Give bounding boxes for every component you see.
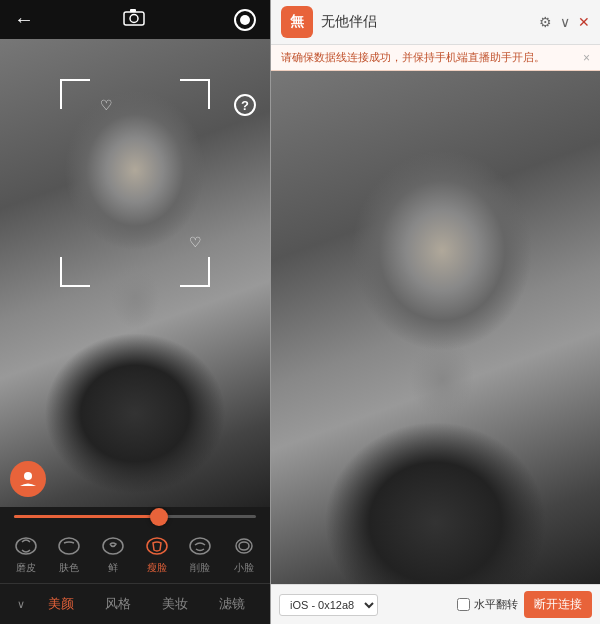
heart-icon-top: ♡ xyxy=(100,97,113,113)
nav-chevron-icon[interactable]: ∨ xyxy=(17,598,25,611)
svg-point-1 xyxy=(130,15,138,23)
nav-filter-label: 滤镜 xyxy=(219,595,245,613)
tool-smallface[interactable]: 小脸 xyxy=(229,534,259,575)
portrait-image xyxy=(0,39,270,507)
nav-beauty-label: 美颜 xyxy=(48,595,74,613)
photo-area: ? ♡ ♡ xyxy=(0,39,270,507)
app-title: 无他伴侣 xyxy=(321,13,377,31)
thin-icon xyxy=(98,534,128,558)
title-left: 無 无他伴侣 xyxy=(281,6,377,38)
slimface-icon xyxy=(142,534,172,558)
camera-icon[interactable] xyxy=(123,8,145,31)
title-controls: ⚙ ∨ ✕ xyxy=(539,14,590,30)
record-button[interactable] xyxy=(234,9,256,31)
slider-track[interactable] xyxy=(14,515,256,518)
flip-checkbox[interactable] xyxy=(457,598,470,611)
nav-filter[interactable]: 滤镜 xyxy=(211,592,253,616)
nav-beauty[interactable]: 美颜 xyxy=(40,592,82,616)
bottom-nav: ∨ 美颜 风格 美妆 滤镜 xyxy=(0,583,270,624)
left-panel: ← ? ♡ ♡ xyxy=(0,0,270,624)
help-icon[interactable]: ? xyxy=(234,94,256,116)
face-corner-tr xyxy=(180,79,210,109)
minimize-icon[interactable]: ∨ xyxy=(560,14,570,30)
nav-style[interactable]: 风格 xyxy=(97,592,139,616)
phone-header: ← xyxy=(0,0,270,39)
svg-point-10 xyxy=(239,542,249,550)
tool-slimface[interactable]: 瘦脸 xyxy=(142,534,172,575)
svg-point-5 xyxy=(59,538,79,554)
slider-fill xyxy=(14,515,159,518)
device-select[interactable]: iOS - 0x12a8 xyxy=(279,594,378,616)
slimface-label: 瘦脸 xyxy=(147,561,167,575)
face-corner-br xyxy=(180,257,210,287)
nav-makeup-label: 美妆 xyxy=(162,595,188,613)
slider-area[interactable] xyxy=(0,507,270,526)
nav-makeup[interactable]: 美妆 xyxy=(154,592,196,616)
mosaic-label: 磨皮 xyxy=(16,561,36,575)
smallface-icon xyxy=(229,534,259,558)
app-logo: 無 xyxy=(281,6,313,38)
checkbox-group: 水平翻转 xyxy=(457,597,518,612)
svg-rect-2 xyxy=(130,9,136,12)
right-panel: 無 无他伴侣 ⚙ ∨ ✕ 请确保数据线连接成功，并保持手机端直播助手开启。 × … xyxy=(270,0,600,624)
main-content xyxy=(271,71,600,584)
right-portrait-image xyxy=(271,71,600,584)
title-bar: 無 无他伴侣 ⚙ ∨ ✕ xyxy=(271,0,600,45)
thin-label: 鲜 xyxy=(108,561,118,575)
avatar-button[interactable] xyxy=(10,461,46,497)
help-question-mark: ? xyxy=(241,98,249,113)
bottom-controls: iOS - 0x12a8 水平翻转 断开连接 xyxy=(271,584,600,624)
flip-label: 水平翻转 xyxy=(474,597,518,612)
slider-thumb[interactable] xyxy=(150,508,168,526)
tools-row: 磨皮 肤色 鲜 xyxy=(0,526,270,583)
close-icon[interactable]: ✕ xyxy=(578,14,590,30)
mosaic-icon xyxy=(11,534,41,558)
face-corner-bl xyxy=(60,257,90,287)
tool-thin[interactable]: 鲜 xyxy=(98,534,128,575)
face-corner-tl xyxy=(60,79,90,109)
shaveface-icon xyxy=(185,534,215,558)
connect-button[interactable]: 断开连接 xyxy=(524,591,592,618)
tool-shaveface[interactable]: 削脸 xyxy=(185,534,215,575)
heart-icon-right: ♡ xyxy=(189,234,202,250)
settings-icon[interactable]: ⚙ xyxy=(539,14,552,30)
svg-point-3 xyxy=(24,472,32,480)
skincolor-icon xyxy=(54,534,84,558)
notice-close-icon[interactable]: × xyxy=(583,51,590,65)
back-icon[interactable]: ← xyxy=(14,8,34,31)
notice-bar: 请确保数据线连接成功，并保持手机端直播助手开启。 × xyxy=(271,45,600,71)
svg-point-8 xyxy=(190,538,210,554)
tool-mosaic[interactable]: 磨皮 xyxy=(11,534,41,575)
tool-skincolor[interactable]: 肤色 xyxy=(54,534,84,575)
skincolor-label: 肤色 xyxy=(59,561,79,575)
shaveface-label: 削脸 xyxy=(190,561,210,575)
smallface-label: 小脸 xyxy=(234,561,254,575)
nav-style-label: 风格 xyxy=(105,595,131,613)
notice-text: 请确保数据线连接成功，并保持手机端直播助手开启。 xyxy=(281,50,545,65)
